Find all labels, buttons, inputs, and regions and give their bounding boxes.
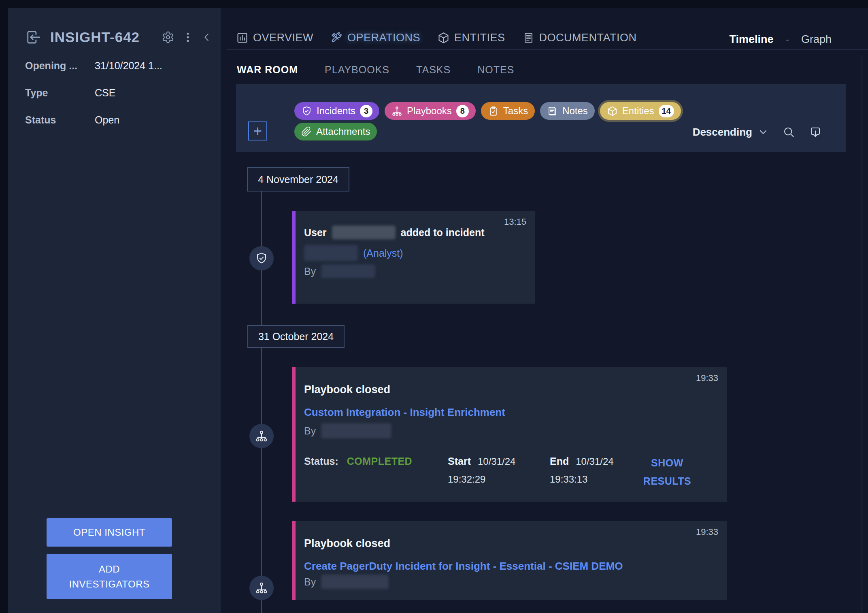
field-label: Status bbox=[25, 114, 95, 126]
pill-label: Tasks bbox=[503, 105, 528, 117]
pill-count-badge: 3 bbox=[360, 105, 372, 117]
end-time: 19:33:13 bbox=[550, 474, 614, 485]
settings-gear-icon[interactable] bbox=[162, 31, 174, 44]
playbook-name-link[interactable]: Custom Integration - Insight Enrichment bbox=[304, 406, 505, 419]
exit-insight-icon[interactable] bbox=[24, 29, 41, 46]
shield-check-icon bbox=[301, 106, 312, 117]
by-label: By bbox=[304, 425, 316, 437]
event-accent-bar bbox=[292, 211, 296, 304]
toggle-separator: - bbox=[786, 34, 789, 45]
field-type: Type CSE bbox=[25, 87, 208, 99]
event-text-line-1: User added to incident bbox=[304, 226, 485, 239]
filter-pill-tasks[interactable]: Tasks bbox=[481, 102, 535, 120]
pill-label: Playbooks bbox=[407, 105, 452, 117]
tab-operations[interactable]: OPERATIONS bbox=[330, 32, 420, 44]
timeline-date-badge: 4 November 2024 bbox=[247, 167, 349, 192]
filter-pill-playbooks[interactable]: Playbooks 8 bbox=[385, 102, 476, 120]
tab-documentation[interactable]: DOCUMENTATION bbox=[522, 32, 637, 44]
timeline-node-workflow-icon bbox=[249, 424, 274, 448]
redacted-author bbox=[321, 423, 391, 438]
insight-sidebar: INSIGHT-642 Opening ... 31 bbox=[8, 8, 221, 613]
end-label: End bbox=[550, 455, 569, 467]
event-text-line-2: (Analyst) bbox=[304, 245, 403, 261]
pill-label: Incidents bbox=[317, 105, 355, 117]
workflow-icon bbox=[391, 106, 402, 117]
collapse-sidebar-icon[interactable] bbox=[201, 31, 213, 44]
event-time: 19:33 bbox=[696, 527, 718, 537]
filter-pills-row: Incidents 3 Playbooks 8 bbox=[294, 102, 681, 120]
clipboard-check-icon bbox=[488, 106, 499, 117]
timeline-date: 31 October 2024 bbox=[258, 331, 334, 343]
open-insight-button[interactable]: OPEN INSIGHT bbox=[47, 518, 172, 547]
pill-label: Notes bbox=[562, 105, 588, 117]
subtab-notes[interactable]: NOTES bbox=[477, 64, 514, 76]
sort-order-label: Descending bbox=[693, 126, 752, 138]
filter-pill-notes[interactable]: Notes bbox=[540, 102, 595, 120]
insight-fields: Opening ... 31/10/2024 1... Type CSE Sta… bbox=[25, 60, 208, 141]
field-status: Status Open bbox=[25, 114, 208, 126]
event-card-playbook-closed-1: 19:33 Playbook closed Custom Integration… bbox=[292, 367, 727, 502]
start-label: Start bbox=[448, 455, 471, 467]
analyst-role-link[interactable]: (Analyst) bbox=[363, 247, 403, 259]
start-date: 10/31/24 bbox=[478, 456, 515, 467]
filter-pill-attachments[interactable]: Attachments bbox=[294, 123, 377, 140]
tab-label: OVERVIEW bbox=[253, 32, 313, 44]
sidebar-header: INSIGHT-642 bbox=[24, 28, 213, 47]
add-investigators-button[interactable]: ADD INVESTIGATORS bbox=[47, 554, 172, 599]
kebab-menu-icon[interactable] bbox=[182, 31, 194, 43]
event-text-suffix: added to incident bbox=[401, 227, 485, 238]
add-filter-button[interactable]: + bbox=[248, 121, 267, 140]
status-label: Status: bbox=[304, 455, 338, 467]
tab-label: DOCUMENTATION bbox=[539, 32, 637, 44]
playbook-name-link[interactable]: Create PagerDuty Incident for Insight - … bbox=[304, 560, 623, 573]
sort-order-dropdown[interactable]: Descending bbox=[693, 126, 768, 138]
sidebar-actions: OPEN INSIGHT ADD INVESTIGATORS bbox=[47, 518, 172, 599]
playbook-status: Status: COMPLETED bbox=[304, 455, 412, 467]
pill-label: Attachments bbox=[316, 126, 370, 137]
filter-pill-incidents[interactable]: Incidents 3 bbox=[294, 102, 379, 120]
show-results-link[interactable]: SHOW RESULTS bbox=[637, 454, 698, 490]
pill-label: Entities bbox=[622, 105, 654, 117]
timeline-date: 4 November 2024 bbox=[258, 174, 338, 185]
field-value: 31/10/2024 1... bbox=[95, 60, 162, 72]
event-time: 13:15 bbox=[504, 217, 526, 227]
redacted-author bbox=[321, 264, 375, 278]
tab-label: OPERATIONS bbox=[347, 32, 420, 44]
subtab-war-room[interactable]: WAR ROOM bbox=[237, 64, 298, 76]
toggle-timeline[interactable]: Timeline bbox=[730, 33, 774, 46]
pill-count-badge: 14 bbox=[659, 105, 674, 117]
tab-label: ENTITIES bbox=[454, 32, 505, 44]
playbook-end-block: End 10/31/24 19:33:13 bbox=[550, 455, 614, 485]
toggle-graph[interactable]: Graph bbox=[801, 33, 832, 46]
start-time: 19:32:29 bbox=[448, 474, 515, 485]
field-opening-date: Opening ... 31/10/2024 1... bbox=[25, 60, 208, 72]
tools-icon bbox=[330, 32, 343, 44]
subtab-playbooks[interactable]: PLAYBOOKS bbox=[325, 64, 389, 76]
paperclip-icon bbox=[301, 126, 312, 137]
document-icon bbox=[522, 32, 535, 44]
event-by-line: By bbox=[304, 264, 375, 278]
playbook-event-title: Playbook closed bbox=[304, 383, 390, 396]
event-by-line: By bbox=[304, 423, 391, 438]
field-value: Open bbox=[95, 114, 119, 126]
operations-main: OVERVIEW OPERATIONS ENTI bbox=[221, 8, 868, 613]
subtab-tasks[interactable]: TASKS bbox=[416, 64, 451, 76]
timeline-date-badge: 31 October 2024 bbox=[247, 325, 345, 348]
tab-entities[interactable]: ENTITIES bbox=[437, 32, 505, 44]
filter-pills-row-2: Attachments bbox=[294, 123, 377, 140]
event-card-playbook-closed-2: 19:33 Playbook closed Create PagerDuty I… bbox=[292, 521, 727, 600]
end-date: 10/31/24 bbox=[576, 456, 613, 467]
download-icon[interactable] bbox=[809, 126, 822, 138]
search-icon[interactable] bbox=[782, 126, 795, 138]
status-value: COMPLETED bbox=[347, 455, 412, 467]
cube-icon bbox=[437, 32, 450, 44]
sub-nav: WAR ROOM PLAYBOOKS TASKS NOTES bbox=[237, 64, 514, 76]
insight-detail-page: INSIGHT-642 Opening ... 31 bbox=[0, 0, 868, 613]
insight-title: INSIGHT-642 bbox=[50, 29, 154, 45]
filter-pill-entities[interactable]: Entities 14 bbox=[600, 102, 681, 120]
event-time: 19:33 bbox=[696, 373, 718, 383]
tab-overview[interactable]: OVERVIEW bbox=[236, 32, 313, 44]
timeline-scrollbar[interactable] bbox=[862, 55, 862, 613]
view-toggle: Timeline - Graph bbox=[730, 33, 832, 46]
filter-panel: + Incidents 3 bbox=[236, 84, 846, 152]
